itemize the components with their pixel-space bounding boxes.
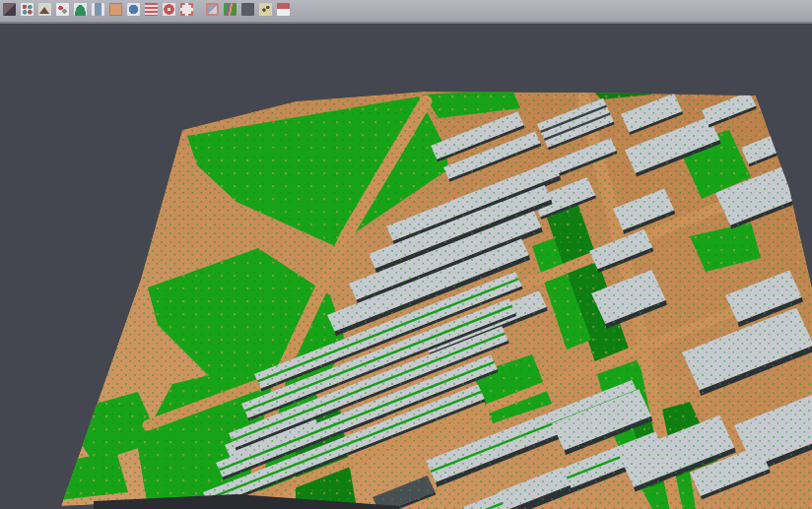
- toolbar-separator: [195, 1, 203, 14]
- terrain-model: [0, 24, 812, 509]
- application-window: [0, 0, 812, 509]
- terrain-tile-icon[interactable]: [259, 3, 272, 16]
- dark-swatch-icon[interactable]: [3, 3, 16, 16]
- extent-select-icon[interactable]: [180, 3, 193, 16]
- globe-icon[interactable]: [127, 3, 140, 16]
- ortho-tile-icon[interactable]: [109, 3, 122, 16]
- toolbar: [0, 0, 812, 24]
- point-markers-icon[interactable]: [56, 3, 69, 16]
- scatter-points-icon[interactable]: [21, 3, 34, 16]
- 3d-viewport[interactable]: [0, 24, 812, 509]
- image-frame-icon[interactable]: [206, 3, 219, 16]
- flag-layers-icon[interactable]: [277, 3, 290, 16]
- mountain-icon[interactable]: [38, 3, 51, 16]
- camera-icon[interactable]: [241, 3, 254, 16]
- classified-map-icon[interactable]: [224, 3, 237, 16]
- ring-tool-icon[interactable]: [163, 3, 175, 16]
- striped-layers-icon[interactable]: [145, 3, 158, 16]
- green-mound-icon[interactable]: [74, 3, 87, 16]
- profile-slab-icon[interactable]: [92, 3, 104, 16]
